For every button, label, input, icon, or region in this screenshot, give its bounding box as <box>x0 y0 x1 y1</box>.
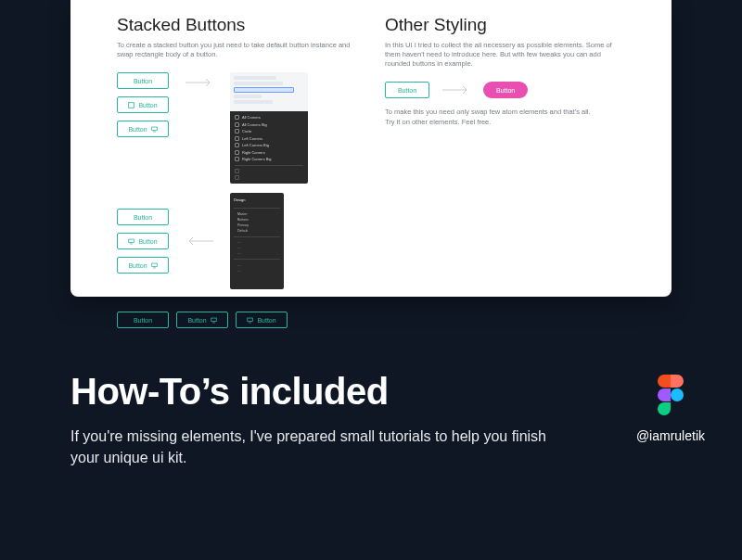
svg-rect-4 <box>129 239 134 243</box>
svg-point-15 <box>671 388 684 401</box>
svg-rect-10 <box>211 318 216 322</box>
arrow-left-icon <box>186 236 213 246</box>
square-icon <box>128 102 134 108</box>
button-icon-right[interactable]: Button <box>117 121 169 137</box>
arrow-right-icon <box>442 85 470 95</box>
section-description: In this UI I tried to collect the all ne… <box>385 41 626 69</box>
button-icon-right[interactable]: Button <box>117 257 169 274</box>
button-default[interactable]: Button <box>117 209 169 225</box>
tutorial-card: Stacked Buttons To create a stacked butt… <box>70 0 672 297</box>
section-title: Stacked Buttons <box>117 15 376 35</box>
button-icon-left[interactable]: Button <box>117 233 169 249</box>
figma-design-panel: Design Master Buttons Primary Default — … <box>230 193 284 289</box>
other-styling-section: Other Styling In this UI I tried to coll… <box>385 15 644 286</box>
button-default[interactable]: Button <box>117 72 169 89</box>
svg-rect-1 <box>151 127 157 131</box>
figma-radius-menu: All Corners All Corners Big Circle Left … <box>230 111 308 184</box>
monitor-icon <box>128 238 134 245</box>
svg-rect-0 <box>129 102 134 108</box>
figma-panel-mock: All Corners All Corners Big Circle Left … <box>230 72 308 184</box>
button-pill[interactable]: Button <box>483 82 528 98</box>
monitor-icon <box>151 262 158 269</box>
button-icon-left[interactable]: Button <box>236 312 288 328</box>
pill-example-row: Button Button <box>385 82 644 98</box>
svg-rect-12 <box>248 318 253 322</box>
monitor-icon <box>211 317 217 324</box>
author-block: @iamruletik <box>636 375 705 443</box>
hero-title: How-To’s included <box>70 371 553 413</box>
monitor-icon <box>151 126 158 133</box>
figma-layers-mock <box>230 72 308 111</box>
example-row-2: Button Button Button Design Master Butto… <box>117 193 376 289</box>
button-default[interactable]: Button <box>385 82 429 98</box>
stacked-buttons-section: Stacked Buttons To create a stacked butt… <box>117 15 376 286</box>
section-title: Other Styling <box>385 15 644 35</box>
hero-footer: How-To’s included If you're missing elem… <box>70 371 705 468</box>
button-icon-left[interactable]: Button <box>117 96 169 113</box>
example-row-3: Button Button Button <box>117 312 376 328</box>
figma-icon <box>657 375 684 415</box>
example-row-1: Button Button Button <box>117 72 376 184</box>
button-icon-right[interactable]: Button <box>176 312 228 328</box>
hero-text: How-To’s included If you're missing elem… <box>70 371 553 468</box>
monitor-icon <box>247 317 253 324</box>
note-line-2: Try it on other elements. Feel free. <box>385 118 644 127</box>
hero-subtitle: If you're missing elements, I've prepare… <box>70 426 553 468</box>
arrow-right-icon <box>186 78 213 87</box>
button-stack-2: Button Button Button <box>117 209 169 274</box>
author-handle[interactable]: @iamruletik <box>636 428 705 443</box>
button-default[interactable]: Button <box>117 312 169 328</box>
button-stack-1: Button Button Button <box>117 72 169 137</box>
section-description: To create a stacked button you just need… <box>117 41 358 59</box>
note-line-1: To make this you need only swap few atom… <box>385 108 644 117</box>
svg-rect-6 <box>151 263 157 267</box>
